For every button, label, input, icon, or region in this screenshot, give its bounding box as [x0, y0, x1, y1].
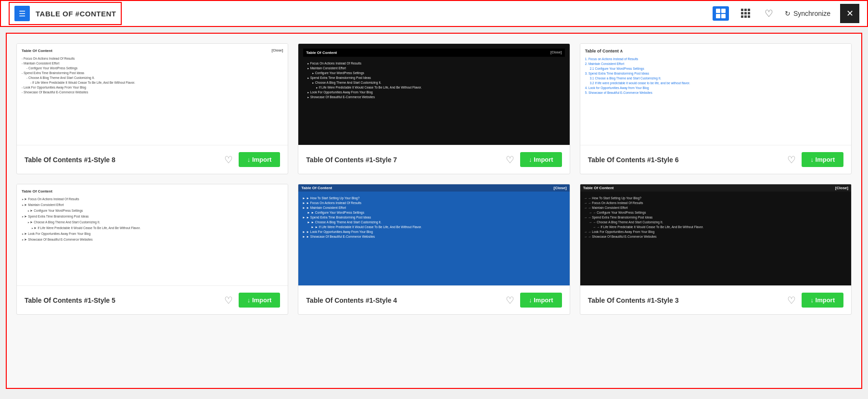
import-button-style7[interactable]: ↓ Import — [520, 152, 562, 167]
toc-item: ► Choose A Blog Theme And Start Customiz… — [302, 219, 565, 224]
card-footer-style4: Table Of Contents #1-Style 4 ♡ ↓ Import — [298, 285, 569, 314]
sync-label: Synchronize — [793, 10, 830, 17]
svg-rect-6 — [748, 9, 750, 11]
toc-item: 3.2 If life were predictable it would ce… — [585, 80, 846, 85]
svg-rect-10 — [741, 15, 743, 18]
card-footer-style7: Table Of Contents #1-Style 7 ♡ ↓ Import — [298, 145, 569, 174]
card-actions-style7: ♡ ↓ Import — [506, 152, 562, 167]
toc-item: - Look For Opportunities Away From Your … — [22, 85, 283, 90]
card-actions-style6: ♡ ↓ Import — [787, 152, 843, 167]
card-style5: Table Of Content ➤ Focus On Actions Inst… — [16, 184, 288, 315]
toc-item: → Maintain Consistent Effort — [584, 205, 847, 210]
svg-rect-3 — [721, 14, 726, 18]
svg-rect-8 — [744, 12, 747, 14]
svg-rect-9 — [748, 12, 750, 14]
toc-item: ► Focus On Actions Instead Of Results — [302, 200, 565, 205]
toc-title-style4: Table Of Content — [301, 186, 332, 190]
toc-item: - Showcase Of Beautiful E-Commerce Websi… — [22, 90, 283, 94]
toc-item: ► Showcase Of Beautiful E-Commerce Websi… — [302, 234, 565, 239]
import-button-style3[interactable]: ↓ Import — [802, 293, 843, 308]
card-actions-style8: ♡ ↓ Import — [224, 152, 281, 167]
toc-item: - Configure Your WordPress Settings — [22, 65, 283, 70]
grid-small-button[interactable] — [739, 6, 753, 21]
toc-item: ➤ Choose A Blog Theme And Start Customiz… — [22, 219, 283, 225]
toc-item: ► Configure Your WordPress Settings — [302, 210, 565, 215]
sync-icon: ↻ — [785, 10, 791, 17]
toc-item: Focus On Actions Instead Of Results — [307, 61, 561, 65]
svg-rect-11 — [744, 15, 747, 18]
toc-item: 4. Look for Opportunities Away from Your… — [585, 85, 846, 90]
svg-rect-7 — [741, 12, 743, 14]
card-style3: Table Of Content [Close] → How To Start … — [580, 184, 852, 315]
toc-title-style8: Table Of Content — [22, 49, 52, 53]
toc-item: - Focus On Actions Instead Of Results — [22, 56, 283, 61]
toc-preview-style5: Table Of Content ➤ Focus On Actions Inst… — [22, 189, 283, 243]
card-label-style4: Table Of Contents #1-Style 4 — [306, 296, 397, 304]
toc-item: ► Spend Extra Time Brainstorming Post Id… — [302, 215, 565, 219]
toc-header-style6: Table of Content ∧ — [585, 49, 846, 53]
card-footer-style6: Table Of Contents #1-Style 6 ♡ ↓ Import — [580, 145, 851, 174]
list-icon: ☰ — [14, 6, 30, 21]
toc-item: Showcase Of Beautiful E-Commerce Website… — [307, 94, 561, 99]
card-preview-style5: Table Of Content ➤ Focus On Actions Inst… — [17, 184, 288, 285]
card-label-style3: Table Of Contents #1-Style 3 — [588, 296, 679, 304]
toc-item: 3. Spend Extra Time Brainstorming Post I… — [585, 71, 846, 76]
svg-rect-0 — [716, 9, 720, 13]
toc-item: Look For Opportunities Away From Your Bl… — [307, 90, 561, 94]
heart-button-style3[interactable]: ♡ — [787, 295, 796, 306]
toc-header-style4: Table Of Content [Close] — [298, 184, 569, 192]
toc-preview-style4: Table Of Content [Close] ► How To Start … — [298, 184, 569, 285]
card-grid: Table Of Content [Close] - Focus On Acti… — [16, 43, 852, 315]
main-container: Table Of Content [Close] - Focus On Acti… — [6, 33, 862, 389]
toc-item: → Choose A Blog Theme And Start Customiz… — [584, 219, 847, 224]
svg-rect-12 — [748, 15, 750, 18]
toc-item: Maintain Consistent Effort — [307, 65, 561, 70]
card-label-style6: Table Of Contents #1-Style 6 — [588, 156, 679, 164]
card-footer-style3: Table Of Contents #1-Style 3 ♡ ↓ Import — [580, 285, 851, 314]
heart-button-style5[interactable]: ♡ — [224, 295, 233, 306]
toc-item: ➤ Maintain Consistent Effort — [22, 202, 283, 208]
toc-item: ➤ Configure Your WordPress Settings — [22, 208, 283, 214]
import-button-style6[interactable]: ↓ Import — [802, 152, 843, 167]
toc-item: Spend Extra Time Brainstorming Post Idea… — [307, 75, 561, 80]
toc-item: ► If Life Were Predictable It Would Ceas… — [302, 224, 565, 229]
toc-header-style5: Table Of Content — [22, 189, 283, 193]
toc-item: 3.1 Choose a Blog Theme and Start Custom… — [585, 76, 846, 80]
synchronize-button[interactable]: ↻ Synchronize — [785, 10, 830, 17]
toc-title-style7: Table Of Content — [306, 51, 337, 55]
heart-button-style7[interactable]: ♡ — [506, 154, 514, 166]
close-button[interactable]: ✕ — [840, 4, 859, 23]
toc-item: ► Look For Opportunities Away From Your … — [302, 229, 565, 234]
toc-close-style8: [Close] — [272, 49, 283, 53]
card-preview-style3: Table Of Content [Close] → How To Start … — [580, 184, 851, 285]
import-button-style4[interactable]: ↓ Import — [520, 293, 562, 308]
card-style4: Table Of Content [Close] ► How To Start … — [298, 184, 570, 315]
favorites-button[interactable]: ♡ — [763, 6, 775, 21]
svg-rect-5 — [744, 9, 747, 11]
card-label-style5: Table Of Contents #1-Style 5 — [25, 296, 115, 304]
import-button-style5[interactable]: ↓ Import — [239, 293, 281, 308]
toc-header-style3: Table Of Content [Close] — [580, 184, 851, 192]
toc-item: 1. Focus on Actions Instead of Results — [585, 56, 846, 61]
import-button-style8[interactable]: ↓ Import — [239, 152, 281, 167]
card-footer-style5: Table Of Contents #1-Style 5 ♡ ↓ Import — [17, 285, 288, 314]
heart-button-style8[interactable]: ♡ — [224, 154, 233, 166]
toc-item: → Look For Opportunities Away From Your … — [584, 229, 847, 234]
header-title: TABLE OF #CONTENT — [36, 10, 116, 18]
toc-item: ➤ Spend Extra Time Brainstorming Post Id… — [22, 214, 283, 219]
toc-title-style5: Table Of Content — [22, 189, 52, 193]
heart-button-style4[interactable]: ♡ — [506, 295, 514, 306]
card-style7: Table Of Content [Close] Focus On Action… — [298, 43, 570, 174]
toc-item: - Spend Extra Time Brainstorming Post Id… — [22, 70, 283, 75]
card-preview-style4: Table Of Content [Close] ► How To Start … — [298, 184, 569, 285]
toc-item: - If Life Were Predictable It Would Ceas… — [22, 80, 283, 85]
toc-item: ➤ Focus On Actions Instead Of Results — [22, 196, 283, 202]
heart-button-style6[interactable]: ♡ — [787, 154, 796, 166]
toc-close-style4: [Close] — [554, 186, 567, 190]
header: ☰ TABLE OF #CONTENT ♡ — [0, 0, 868, 27]
toc-item: → Spend Extra Time Brainstorming Post Id… — [584, 215, 847, 219]
toc-item: ➤ If Life Were Predictable It Would Ceas… — [22, 225, 283, 231]
toc-header-style7: Table Of Content [Close] — [303, 49, 564, 57]
grid-large-button[interactable] — [713, 6, 729, 21]
toc-item: - Choose A Blog Theme And Start Customiz… — [22, 75, 283, 80]
